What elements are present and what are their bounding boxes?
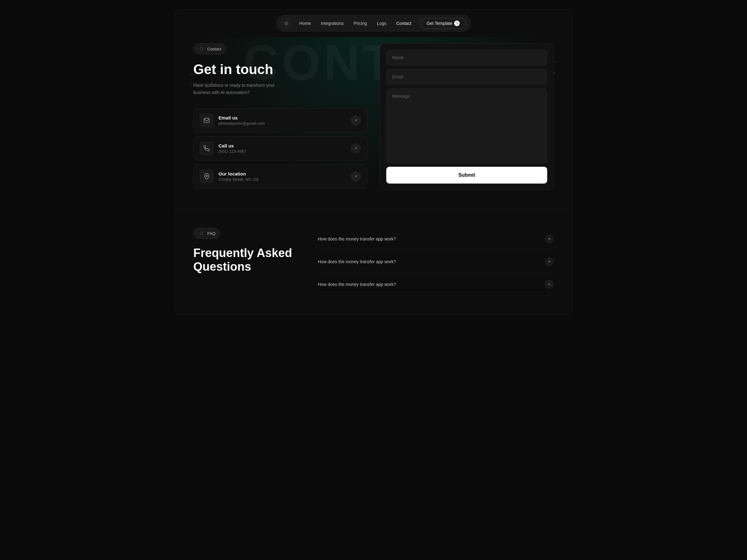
- faq-question-2: How does the money transfer app work?: [318, 259, 396, 264]
- faq-item[interactable]: How does the money transfer app work? +: [318, 228, 554, 250]
- faq-item[interactable]: How does the money transfer app work? +: [318, 273, 554, 296]
- left-panel: Contact Get in touch Have questions or r…: [193, 43, 367, 189]
- get-template-button[interactable]: Get Template ↗: [420, 18, 466, 29]
- faq-expand-1[interactable]: +: [545, 235, 554, 243]
- faq-section: FAQ Frequently Asked Questions How does …: [175, 209, 572, 315]
- nav-link-home[interactable]: Home: [295, 19, 315, 28]
- location-icon: [204, 173, 210, 180]
- location-card-subtitle: Crosby Street, NY, US: [218, 177, 346, 182]
- svg-point-0: [285, 22, 287, 24]
- badge-icon: [198, 46, 205, 52]
- faq-expand-3[interactable]: +: [545, 280, 554, 289]
- location-card-title: Our location: [218, 171, 346, 177]
- navbar: Home Integrations Pricing Logs Contact G…: [175, 10, 572, 37]
- email-card-text: Email us johnnykyorov@gmail.com: [218, 115, 346, 126]
- phone-card-text: Call us (501) 123-4567: [218, 143, 346, 154]
- location-card-arrow[interactable]: ↗: [351, 171, 361, 181]
- arrow-icon: ↗: [454, 21, 460, 26]
- faq-question-3: How does the money transfer app work?: [318, 282, 396, 287]
- submit-button[interactable]: Submit: [386, 167, 547, 184]
- contact-badge-label: Contact: [207, 47, 221, 51]
- faq-badge: FAQ: [193, 228, 220, 239]
- email-card-title: Email us: [218, 115, 346, 121]
- name-input[interactable]: [386, 50, 547, 65]
- location-icon-wrap: [200, 169, 213, 183]
- svg-rect-6: [204, 118, 209, 123]
- faq-list: How does the money transfer app work? + …: [318, 228, 554, 296]
- email-icon-wrap: [200, 113, 213, 127]
- phone-card-title: Call us: [218, 143, 346, 149]
- nav-logo: [281, 18, 291, 28]
- nav-link-integrations[interactable]: Integrations: [316, 19, 348, 28]
- nav-inner: Home Integrations Pricing Logs Contact G…: [276, 15, 471, 31]
- nav-link-contact[interactable]: Contact: [392, 19, 415, 28]
- browser-window: Home Integrations Pricing Logs Contact G…: [174, 9, 573, 315]
- contact-cards: Email us johnnykyorov@gmail.com ↗: [193, 108, 367, 189]
- faq-badge-icon: [198, 230, 205, 237]
- location-card: Our location Crosby Street, NY, US ↗: [193, 164, 367, 189]
- section-title: Get in touch: [193, 62, 367, 77]
- email-card-subtitle: johnnykyorov@gmail.com: [218, 121, 346, 126]
- email-icon: [204, 117, 210, 124]
- right-panel: Submit: [380, 43, 554, 190]
- faq-question-1: How does the money transfer app work?: [318, 236, 396, 241]
- phone-card: Call us (501) 123-4567 ↗: [193, 136, 367, 161]
- logo-icon: [284, 21, 289, 26]
- phone-card-subtitle: (501) 123-4567: [218, 149, 346, 154]
- hero-section: CONTACT: [175, 37, 572, 209]
- contact-form: Submit: [380, 43, 554, 190]
- nav-links: Home Integrations Pricing Logs Contact: [295, 19, 416, 28]
- nav-link-logs[interactable]: Logs: [372, 19, 391, 28]
- email-input[interactable]: [386, 69, 547, 85]
- faq-left: FAQ Frequently Asked Questions: [193, 228, 299, 273]
- faq-badge-label: FAQ: [207, 231, 215, 236]
- nav-link-pricing[interactable]: Pricing: [349, 19, 371, 28]
- phone-icon: [204, 145, 210, 152]
- section-description: Have questions or ready to transform you…: [193, 82, 280, 96]
- svg-point-7: [206, 175, 208, 177]
- phone-card-arrow[interactable]: ↗: [351, 143, 361, 153]
- phone-icon-wrap: [200, 141, 213, 155]
- location-card-text: Our location Crosby Street, NY, US: [218, 171, 346, 182]
- main-content: Contact Get in touch Have questions or r…: [193, 37, 554, 190]
- faq-item[interactable]: How does the money transfer app work? +: [318, 250, 554, 273]
- email-card-arrow[interactable]: ↗: [351, 115, 361, 125]
- message-textarea[interactable]: [386, 88, 547, 163]
- faq-expand-2[interactable]: +: [545, 257, 554, 266]
- contact-badge: Contact: [193, 43, 226, 54]
- email-card: Email us johnnykyorov@gmail.com ↗: [193, 108, 367, 133]
- faq-title: Frequently Asked Questions: [193, 246, 299, 273]
